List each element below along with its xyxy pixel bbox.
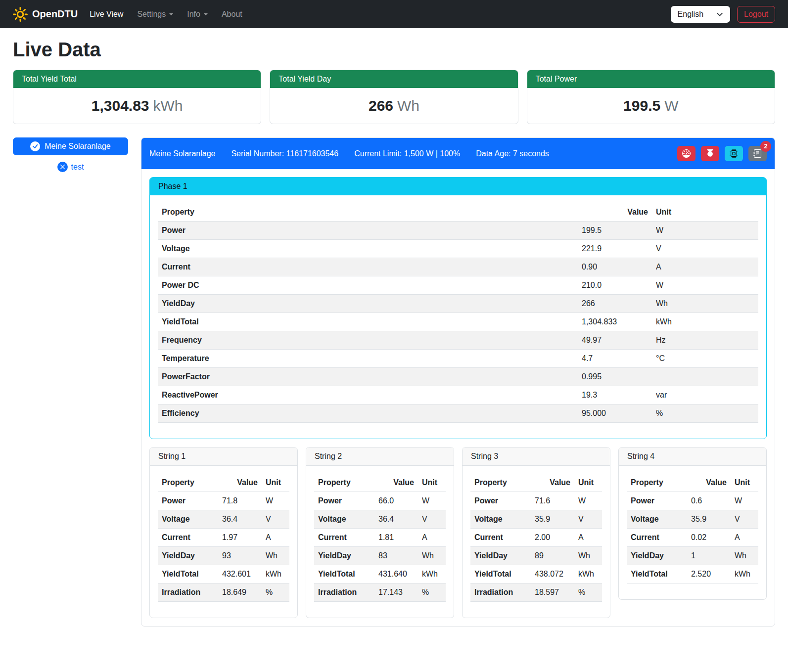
table-row: Current0.90A	[158, 258, 758, 276]
cell-val: 0.995	[578, 368, 652, 386]
cell-val: 210.0	[578, 276, 652, 295]
event-log-button[interactable]: 2	[748, 146, 767, 161]
cell-val: 18.597	[531, 583, 574, 602]
string-2-table: Property Value Unit Power66.0WVoltage36.…	[314, 474, 446, 602]
nav-item-label: About	[222, 10, 242, 19]
card-header: Total Power	[527, 70, 775, 88]
unit-text: Wh	[397, 97, 419, 114]
col-value: Value	[218, 474, 262, 492]
nav-item-live-view[interactable]: Live View	[83, 6, 130, 23]
unit-text: kWh	[153, 97, 183, 114]
string-card-header: String 3	[463, 448, 610, 466]
table-row: YieldDay83Wh	[314, 547, 446, 565]
string-card-header: String 2	[306, 448, 454, 466]
cell-prop: Voltage	[470, 510, 531, 529]
table-row: PowerFactor0.995	[158, 368, 758, 386]
cell-val: 18.649	[218, 583, 262, 602]
cell-unit: V	[731, 510, 758, 529]
table-row: Efficiency95.000%	[158, 404, 758, 423]
cell-prop: YieldTotal	[158, 313, 578, 331]
page-title: Live Data	[13, 39, 775, 61]
table-row: Irradiation17.143%	[314, 583, 446, 602]
limit-settings-button[interactable]	[677, 146, 695, 161]
card-total-yield-day: Total Yield Day 266Wh	[270, 70, 518, 124]
table-row: Power66.0W	[314, 492, 446, 510]
cell-val: 2.00	[531, 529, 574, 547]
nav-item-settings[interactable]: Settings	[130, 6, 180, 23]
cell-unit: kWh	[418, 565, 446, 583]
inverter-sidebar: Meine Solaranlage test	[13, 137, 128, 172]
cell-unit: A	[262, 529, 289, 547]
cell-prop: Current	[158, 258, 578, 276]
cell-unit: var	[652, 386, 758, 404]
table-row: YieldDay89Wh	[470, 547, 602, 565]
col-property: Property	[627, 474, 687, 492]
table-row: Power71.8W	[158, 492, 289, 510]
cell-prop: Voltage	[627, 510, 687, 529]
cell-unit: W	[652, 222, 758, 240]
cell-val: 35.9	[531, 510, 574, 529]
string-4-table: Property Value Unit Power0.6WVoltage35.9…	[627, 474, 758, 583]
cell-unit: V	[574, 510, 602, 529]
card-total-yield-total: Total Yield Total 1,304.83kWh	[13, 70, 261, 124]
value-text: 266	[369, 97, 393, 114]
inverter-serial: Serial Number: 116171603546	[231, 149, 338, 158]
inverter-data-age: Data Age: 7 seconds	[476, 149, 549, 158]
brand[interactable]: OpenDTU	[13, 7, 78, 22]
col-unit: Unit	[262, 474, 289, 492]
cell-prop: Power	[627, 492, 687, 510]
cell-val: 432.601	[218, 565, 262, 583]
col-value: Value	[531, 474, 574, 492]
phase-table: Property Value Unit Power199.5WVoltage22…	[158, 203, 758, 423]
event-count-badge: 2	[760, 141, 771, 152]
cell-val: 4.7	[578, 350, 652, 368]
unit-text: W	[664, 97, 678, 114]
cell-val: 266	[578, 295, 652, 313]
top-navbar: OpenDTU Live View Settings Info About En…	[0, 0, 788, 28]
table-row: YieldDay1Wh	[627, 547, 758, 565]
cell-val: 199.5	[578, 222, 652, 240]
device-info-button[interactable]	[725, 146, 743, 161]
table-row: Voltage221.9V	[158, 240, 758, 258]
cell-unit: °C	[652, 350, 758, 368]
language-select[interactable]: English	[671, 6, 730, 23]
inverter-selector-test[interactable]: test	[13, 162, 128, 172]
logout-button[interactable]: Logout	[737, 6, 775, 23]
cell-prop: Power DC	[158, 276, 578, 295]
card-header: Total Yield Day	[270, 70, 517, 88]
cell-unit: kWh	[262, 565, 289, 583]
cell-unit: A	[574, 529, 602, 547]
cell-prop: YieldDay	[627, 547, 687, 565]
table-row: YieldTotal431.640kWh	[314, 565, 446, 583]
power-toggle-button[interactable]	[701, 146, 719, 161]
table-row: Power71.6W	[470, 492, 602, 510]
cell-val: 71.8	[218, 492, 262, 510]
cell-prop: Power	[158, 492, 218, 510]
nav-item-about[interactable]: About	[215, 6, 249, 23]
table-row: ReactivePower19.3var	[158, 386, 758, 404]
power-icon	[706, 149, 714, 158]
table-row: Voltage36.4V	[158, 510, 289, 529]
cell-prop: Current	[627, 529, 687, 547]
brand-label: OpenDTU	[32, 8, 78, 20]
col-value: Value	[374, 474, 418, 492]
value-text: 199.5	[623, 97, 660, 114]
cell-unit: V	[652, 240, 758, 258]
cell-prop: YieldDay	[314, 547, 374, 565]
cell-prop: YieldDay	[158, 295, 578, 313]
string-card-header: String 1	[150, 448, 297, 466]
table-row: Current0.02A	[627, 529, 758, 547]
nav-item-label: Settings	[137, 10, 166, 19]
string-3-table: Property Value Unit Power71.6WVoltage35.…	[470, 474, 602, 602]
inverter-selector-active[interactable]: Meine Solaranlage	[13, 137, 128, 155]
cell-prop: YieldTotal	[314, 565, 374, 583]
cell-val: 1	[687, 547, 731, 565]
nav-item-info[interactable]: Info	[180, 6, 215, 23]
phase-card-body: Property Value Unit Power199.5WVoltage22…	[150, 195, 766, 439]
cell-val: 19.3	[578, 386, 652, 404]
cell-unit: A	[731, 529, 758, 547]
cell-val: 1,304.833	[578, 313, 652, 331]
table-row: Power199.5W	[158, 222, 758, 240]
phase-1-card: Phase 1 Property Value Unit P	[149, 177, 767, 439]
cell-prop: Power	[158, 222, 578, 240]
